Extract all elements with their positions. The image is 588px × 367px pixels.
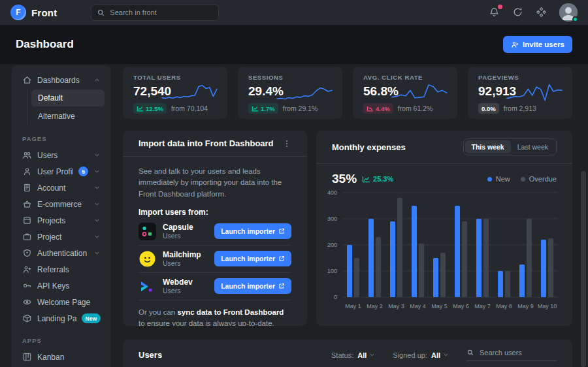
import-row-sub: Users [163,232,193,240]
chevron-up-icon [93,76,101,84]
sidebar-section-title: APPS [22,337,101,344]
activity-icon [512,7,523,18]
sparkline-chart [159,76,220,107]
svg-text:400: 400 [327,189,337,196]
filter-value-dropdown[interactable]: All [431,351,449,359]
legend-item-new[interactable]: New [487,175,510,183]
chart-up-icon [362,176,370,183]
filter-label: Status: [331,351,353,359]
activity-button[interactable] [512,7,524,18]
launch-importer-button[interactable]: Launch importer [214,278,291,294]
sidebar-item-label: Account [37,184,88,193]
chevron-down-icon [93,184,101,191]
users-icon [22,150,32,160]
sidebar-item-landing-page[interactable]: Landing PageNew [18,310,105,327]
sidebar-item-api-keys[interactable]: API Keys [18,278,105,294]
expenses-percent: 35% [332,172,357,186]
apps-button[interactable] [536,7,547,18]
sidebar-item-label: Landing Page [37,314,76,323]
import-row-webdev: WebdevUsersLaunch importer [139,273,291,300]
sync-data-link[interactable]: sync data to Front Dashboard [177,308,284,316]
basket-icon [22,199,32,209]
eye-icon [22,297,32,307]
sidebar-item-label: Referrals [37,265,101,274]
import-row-mailchimp: MailchimpUsersLaunch importer [139,246,291,273]
users-search[interactable] [466,349,557,361]
sidebar-item-user-profile[interactable]: User Profile5 [18,163,105,180]
sidebar-item-dashboards[interactable]: Dashboards [18,72,105,88]
week-toggle: This weekLast week [463,138,557,155]
filter-value-dropdown[interactable]: All [357,351,376,359]
sidebar-item-label: API Keys [37,281,101,291]
import-card-title: Import data into Front Dashboard [139,138,274,148]
sidebar-item-welcome-page[interactable]: Welcome Page [18,294,105,310]
sparkline-chart [274,76,335,107]
sidebar-item-users[interactable]: Users [18,147,105,163]
svg-text:May 7: May 7 [474,303,491,310]
sidebar-item-account[interactable]: Account [18,180,105,196]
toggle-last-week[interactable]: Last week [511,140,555,153]
sidebar-subitem-alternative[interactable]: Alternative [31,108,105,125]
svg-text:May 8: May 8 [496,303,512,310]
user-icon [22,167,32,176]
chart-legend: NewOverdue [487,175,557,183]
import-row-sub: Users [163,259,201,267]
apps-grid-icon [536,7,547,18]
import-row-capsule: CapsuleUsersLaunch importer [139,218,291,246]
projects-icon [22,215,32,225]
search-input[interactable] [110,8,213,16]
svg-text:May 4: May 4 [410,303,426,310]
page-header: Dashboard Invite users [0,25,588,64]
scrollbar-thumb[interactable] [581,171,586,367]
search-icon [97,8,105,17]
sidebar-item-referrals[interactable]: Referrals [18,261,105,278]
webdev-logo [139,278,156,295]
import-row-text: MailchimpUsers [163,250,201,267]
sidebar-item-project[interactable]: Project [18,229,105,245]
chevron-down-icon [93,217,101,224]
chevron-down-icon [93,233,101,240]
page-title: Dashboard [16,38,74,51]
users-search-input[interactable] [480,349,557,357]
expenses-card-title: Monthly expenses [332,142,406,152]
stat-card-total-users: TOTAL USERS72,54012.5%from 70,104 [123,67,227,119]
import-row-name: Mailchimp [163,250,201,259]
svg-text:May 2: May 2 [367,303,383,310]
import-row-sub: Users [163,287,193,295]
capsule-logo [139,223,156,240]
stat-card-avg-click-rate: AVG. CLICK RATE56.8%4.4%from 61.2% [353,67,457,119]
import-data-card: Import data into Front Dashboard See and… [123,131,307,326]
chevron-down-icon [93,168,101,175]
users-card: Users Status:All Signed up:All [123,340,572,367]
front-logo-icon: F [10,5,26,20]
invite-users-button[interactable]: Invite users [503,36,572,53]
toggle-this-week[interactable]: This week [465,140,511,153]
sidebar-item-label: Users [37,151,88,160]
sidebar-item-authentication[interactable]: Authentication [18,245,105,261]
notifications-button[interactable] [489,7,500,18]
notification-dot [498,5,502,9]
svg-text:0: 0 [334,294,337,300]
legend-item-overdue[interactable]: Overdue [521,175,557,183]
chevron-down-icon [93,249,101,257]
ellipsis-menu-icon[interactable] [282,139,291,148]
launch-importer-button[interactable]: Launch importer [214,251,291,266]
brand[interactable]: F Front [10,5,57,20]
chevron-down-icon [93,152,101,159]
sidebar-item-projects[interactable]: Projects [18,212,105,229]
key-icon [22,281,32,291]
sidebar-item-e-commerce[interactable]: E-commerce [18,196,105,212]
svg-text:300: 300 [327,215,337,222]
global-search[interactable] [91,5,219,21]
person-plus-icon [22,264,32,274]
account-menu[interactable] [559,3,578,22]
user-plus-icon [511,40,519,48]
sidebar-item-label: Project [37,232,88,242]
brand-name: Front [31,7,57,18]
sidebar-subitem-default[interactable]: Default [31,89,105,106]
sidebar-item-kanban[interactable]: Kanban [18,349,105,365]
search-icon [466,349,474,357]
briefcase-icon [22,232,32,242]
account-icon [22,183,32,193]
launch-importer-button[interactable]: Launch importer [214,223,291,239]
